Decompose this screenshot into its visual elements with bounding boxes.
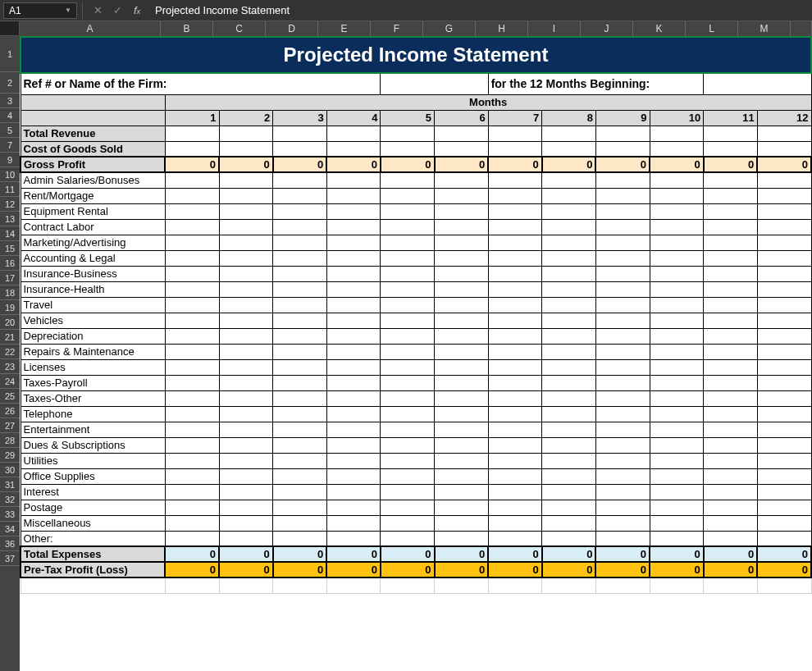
row-header-20[interactable]: 20 bbox=[0, 315, 20, 330]
row-header-13[interactable]: 13 bbox=[0, 212, 20, 226]
expense-label[interactable]: Taxes-Payroll bbox=[21, 375, 165, 390]
col-header-A[interactable]: A bbox=[20, 21, 161, 36]
expense-label[interactable]: Depreciation bbox=[21, 328, 165, 344]
totalexp-cell[interactable]: 0 bbox=[165, 546, 219, 562]
month-11[interactable]: 11 bbox=[704, 110, 758, 126]
gross-cell[interactable]: 0 bbox=[704, 157, 758, 172]
month-8[interactable]: 8 bbox=[542, 110, 596, 126]
expense-label[interactable]: Repairs & Maintenance bbox=[21, 344, 165, 359]
totalexp-cell[interactable]: 0 bbox=[219, 546, 273, 562]
row-header-37[interactable]: 37 bbox=[0, 551, 20, 566]
col-header-F[interactable]: F bbox=[371, 21, 423, 36]
month-5[interactable]: 5 bbox=[381, 110, 435, 126]
col-header-E[interactable]: E bbox=[318, 21, 371, 36]
row-header-25[interactable]: 25 bbox=[0, 389, 20, 404]
row-header-18[interactable]: 18 bbox=[0, 285, 20, 300]
col-header-M[interactable]: M bbox=[738, 21, 791, 36]
gross-cell[interactable]: 0 bbox=[273, 157, 327, 172]
expense-label[interactable]: Utilities bbox=[21, 453, 165, 468]
expense-label[interactable]: Taxes-Other bbox=[21, 390, 165, 406]
sheet-title[interactable]: Projected Income Statement bbox=[21, 37, 811, 73]
row-header-28[interactable]: 28 bbox=[0, 433, 20, 448]
totalexp-cell[interactable]: 0 bbox=[273, 546, 327, 562]
gross-cell[interactable]: 0 bbox=[326, 157, 381, 172]
month-10[interactable]: 10 bbox=[650, 110, 704, 126]
chevron-down-icon[interactable]: ▼ bbox=[65, 7, 71, 14]
row-header-34[interactable]: 34 bbox=[0, 522, 20, 536]
gross-cell[interactable]: 0 bbox=[488, 157, 542, 172]
row-header-14[interactable]: 14 bbox=[0, 226, 20, 241]
pretax-cell[interactable]: 0 bbox=[165, 562, 219, 577]
row-header-11[interactable]: 11 bbox=[0, 182, 20, 197]
month-12[interactable]: 12 bbox=[757, 110, 811, 126]
month-3[interactable]: 3 bbox=[273, 110, 327, 126]
row-header-9[interactable]: 9 bbox=[0, 153, 20, 167]
expense-label[interactable]: Interest bbox=[21, 484, 165, 500]
row-header-19[interactable]: 19 bbox=[0, 300, 20, 315]
pretax-cell[interactable]: 0 bbox=[542, 562, 596, 577]
month-1[interactable]: 1 bbox=[165, 110, 219, 126]
month-6[interactable]: 6 bbox=[435, 110, 489, 126]
expense-label[interactable]: Equipment Rental bbox=[21, 203, 165, 219]
row-header-15[interactable]: 15 bbox=[0, 241, 20, 256]
confirm-icon[interactable]: ✓ bbox=[107, 4, 127, 16]
expense-label[interactable]: Accounting & Legal bbox=[21, 250, 165, 266]
expense-label[interactable]: Dues & Subscriptions bbox=[21, 437, 165, 453]
totalexp-cell[interactable]: 0 bbox=[488, 546, 542, 562]
pretax-cell[interactable]: 0 bbox=[326, 562, 381, 577]
gross-cell[interactable]: 0 bbox=[381, 157, 435, 172]
row-header-5[interactable]: 5 bbox=[0, 123, 20, 138]
gross-cell[interactable]: 0 bbox=[542, 157, 596, 172]
fx-icon[interactable]: fx bbox=[127, 4, 147, 16]
row-header-17[interactable]: 17 bbox=[0, 271, 20, 285]
pretax-cell[interactable]: 0 bbox=[219, 562, 273, 577]
totalexp-cell[interactable]: 0 bbox=[757, 546, 811, 562]
col-header-H[interactable]: H bbox=[476, 21, 528, 36]
expense-label[interactable]: Contract Labor bbox=[21, 219, 165, 235]
expense-label[interactable]: Licenses bbox=[21, 359, 165, 375]
gross-cell[interactable]: 0 bbox=[165, 157, 219, 172]
col-header-J[interactable]: J bbox=[581, 21, 633, 36]
expense-label[interactable]: Admin Salaries/Bonuses bbox=[21, 172, 165, 188]
row-header-7[interactable]: 7 bbox=[0, 138, 20, 153]
pretax-cell[interactable]: 0 bbox=[650, 562, 704, 577]
row-header-1[interactable]: 1 bbox=[0, 36, 20, 72]
totalexp-cell[interactable]: 0 bbox=[326, 546, 381, 562]
total-revenue-label[interactable]: Total Revenue bbox=[21, 126, 165, 141]
totalexp-cell[interactable]: 0 bbox=[435, 546, 489, 562]
col-header-D[interactable]: D bbox=[266, 21, 318, 36]
pretax-cell[interactable]: 0 bbox=[435, 562, 489, 577]
expense-label[interactable]: Vehicles bbox=[21, 313, 165, 328]
begin-label[interactable]: for the 12 Months Beginning: bbox=[488, 73, 704, 94]
row-header-32[interactable]: 32 bbox=[0, 492, 20, 507]
row-header-12[interactable]: 12 bbox=[0, 197, 20, 212]
row-header-16[interactable]: 16 bbox=[0, 256, 20, 271]
month-9[interactable]: 9 bbox=[595, 110, 650, 126]
gross-profit-label[interactable]: Gross Profit bbox=[21, 157, 165, 172]
col-header-B[interactable]: B bbox=[161, 21, 213, 36]
month-4[interactable]: 4 bbox=[326, 110, 381, 126]
months-header[interactable]: Months bbox=[165, 94, 811, 110]
formula-input[interactable]: Projected Income Statement bbox=[147, 2, 812, 18]
expense-label[interactable]: Insurance-Business bbox=[21, 266, 165, 281]
gross-cell[interactable]: 0 bbox=[219, 157, 273, 172]
row-header-33[interactable]: 33 bbox=[0, 507, 20, 522]
expense-label[interactable]: Marketing/Advertising bbox=[21, 235, 165, 250]
totalexp-cell[interactable]: 0 bbox=[650, 546, 704, 562]
totalexp-cell[interactable]: 0 bbox=[595, 546, 650, 562]
expense-label[interactable]: Postage bbox=[21, 500, 165, 515]
gross-cell[interactable]: 0 bbox=[650, 157, 704, 172]
col-header-K[interactable]: K bbox=[633, 21, 686, 36]
row-header-27[interactable]: 27 bbox=[0, 418, 20, 433]
col-header-L[interactable]: L bbox=[686, 21, 738, 36]
col-header-I[interactable]: I bbox=[528, 21, 581, 36]
row-header-29[interactable]: 29 bbox=[0, 448, 20, 463]
expense-label[interactable]: Miscellaneous bbox=[21, 515, 165, 531]
gross-cell[interactable]: 0 bbox=[435, 157, 489, 172]
cancel-icon[interactable]: ✕ bbox=[88, 4, 107, 16]
month-7[interactable]: 7 bbox=[488, 110, 542, 126]
pretax-cell[interactable]: 0 bbox=[488, 562, 542, 577]
row-header-2[interactable]: 2 bbox=[0, 72, 20, 94]
col-header-G[interactable]: G bbox=[423, 21, 476, 36]
select-all-corner[interactable] bbox=[0, 21, 20, 36]
